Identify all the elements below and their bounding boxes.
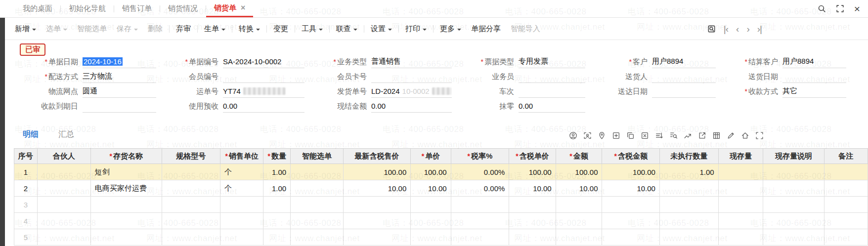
expand-table-icon[interactable] [755, 131, 764, 140]
member-icon[interactable] [569, 131, 577, 140]
cell-unit[interactable] [220, 197, 263, 213]
export-icon[interactable] [698, 131, 706, 140]
cell-tax_price[interactable]: 100.00 [509, 164, 556, 180]
copy-row-icon[interactable] [626, 131, 635, 140]
toolbar-smart-import-button[interactable]: 智能导入 [511, 24, 540, 34]
cell-name[interactable] [90, 213, 162, 229]
toolbar-delete-button[interactable]: 删除 [148, 24, 163, 34]
insert-row-icon[interactable] [612, 131, 620, 140]
cell-tax_price[interactable] [509, 229, 556, 246]
field-due-date-input[interactable] [83, 100, 156, 113]
cell-unit[interactable]: 个 [220, 180, 263, 197]
delete-row-icon[interactable] [641, 131, 649, 140]
cell-tax_price[interactable] [509, 213, 556, 229]
scan-member-icon[interactable] [583, 131, 592, 140]
cell-tax_rate[interactable] [451, 197, 509, 213]
field-member-card-input[interactable] [371, 70, 452, 83]
toolbar-save-button[interactable]: 保存 [117, 24, 138, 34]
cell-latest_price[interactable] [343, 213, 411, 229]
cell-note[interactable] [824, 213, 868, 229]
cell-partner[interactable] [37, 180, 90, 197]
cell-note[interactable] [824, 229, 868, 246]
cell-stock_desc[interactable] [763, 197, 824, 213]
toolbar-smart-select-button[interactable]: 智能选单 [77, 24, 107, 34]
toolbar-convert-button[interactable]: 转换 [239, 24, 260, 34]
cell-stock_desc[interactable] [763, 180, 824, 197]
field-delivery-date-input[interactable] [782, 70, 846, 83]
cell-stock[interactable] [718, 180, 763, 197]
edit-icon[interactable] [727, 131, 735, 140]
first-record-icon[interactable]: |‹ [724, 24, 728, 34]
cell-seq[interactable]: 5 [14, 229, 38, 246]
cell-seq[interactable]: 4 [14, 213, 38, 229]
cell-latest_price[interactable] [343, 229, 411, 246]
cell-latest_price[interactable] [343, 197, 411, 213]
tab-init-nav[interactable]: 初始化导航 [61, 0, 114, 17]
field-customer-input[interactable]: 用户8894 [652, 55, 716, 68]
field-settle-customer-input[interactable]: 用户8894 [782, 55, 846, 68]
home-icon[interactable] [741, 131, 749, 140]
cell-tax_amount[interactable] [602, 197, 659, 213]
toolbar-unapprove-button[interactable]: 弃审 [176, 24, 191, 34]
cell-tax_amount[interactable]: 10.00 [602, 180, 659, 197]
field-doc-no-input[interactable]: SA-2024-10-0002 [223, 55, 304, 68]
cell-price[interactable] [411, 197, 451, 213]
cell-stock[interactable] [718, 213, 763, 229]
last-record-icon[interactable]: ›| [757, 24, 762, 34]
toolbar-settings-button[interactable]: 设置 [371, 24, 392, 34]
field-rounding-input[interactable]: 0.00 [519, 100, 585, 113]
cell-unexec[interactable] [659, 180, 718, 197]
cell-amount[interactable]: 100.00 [556, 164, 602, 180]
cell-price[interactable]: 100.00 [411, 164, 451, 180]
sort-icon[interactable] [655, 131, 663, 140]
cell-unit[interactable] [220, 213, 263, 229]
cell-amount[interactable] [556, 213, 602, 229]
cell-spec[interactable] [162, 213, 220, 229]
doc-search-icon[interactable] [707, 25, 716, 33]
locate-row-icon[interactable] [598, 131, 606, 140]
field-tracking-no-input[interactable]: YT74 [223, 85, 304, 98]
cell-smart[interactable] [291, 197, 344, 213]
cell-stock_desc[interactable] [763, 229, 824, 246]
tab-sales-delivery[interactable]: 销货单× [206, 0, 253, 17]
cell-amount[interactable] [556, 197, 602, 213]
cell-tax_rate[interactable]: 0.00% [451, 180, 509, 197]
field-member-no-input[interactable] [223, 70, 304, 83]
cell-partner[interactable] [37, 197, 90, 213]
toolbar-change-button[interactable]: 变更 [273, 24, 288, 34]
cell-latest_price[interactable]: 10.00 [343, 180, 411, 197]
cell-tax_price[interactable] [509, 197, 556, 213]
cell-unexec[interactable] [659, 197, 718, 213]
cell-note[interactable] [824, 164, 868, 180]
fullscreen-icon[interactable] [836, 4, 844, 13]
add-column-icon[interactable] [712, 131, 721, 140]
cell-smart[interactable] [291, 180, 344, 197]
toolbar-link-query-button[interactable]: 联查 [336, 24, 357, 34]
cell-partner[interactable] [37, 229, 90, 246]
tab-sales-order[interactable]: 销售订单 [114, 0, 160, 17]
cell-name[interactable] [90, 229, 162, 246]
detail-tab-detail[interactable]: 明细 [23, 129, 39, 140]
cell-tax_amount[interactable] [602, 213, 659, 229]
cell-latest_price[interactable]: 100.00 [343, 164, 411, 180]
cell-seq[interactable]: 3 [14, 197, 38, 213]
cell-price[interactable] [411, 213, 451, 229]
cell-seq[interactable]: 2 [14, 180, 38, 197]
toolbar-more-button[interactable]: 更多 [440, 24, 461, 34]
field-payment-method-input[interactable]: 其它 [782, 85, 846, 98]
field-logistics-branch-input[interactable]: 圆通 [83, 85, 156, 98]
detail-tab-summary[interactable]: 汇总 [58, 129, 74, 140]
cell-stock_desc[interactable] [763, 164, 824, 180]
cell-amount[interactable]: 10.00 [556, 180, 602, 197]
cell-unexec[interactable] [659, 213, 718, 229]
cell-tax_amount[interactable]: 100.00 [602, 164, 659, 180]
field-vehicle-trip-input[interactable] [519, 85, 585, 98]
batch-find-icon[interactable] [669, 131, 678, 140]
field-salesman-input[interactable] [519, 70, 585, 83]
cell-unexec[interactable] [659, 229, 718, 246]
tab-desktop[interactable]: 我的桌面 [15, 0, 60, 17]
field-prepaid-used-input[interactable]: 0.00 [223, 100, 304, 113]
cell-spec[interactable] [162, 180, 220, 197]
close-icon[interactable]: × [854, 3, 860, 14]
cell-seq[interactable]: 1 [14, 164, 38, 180]
